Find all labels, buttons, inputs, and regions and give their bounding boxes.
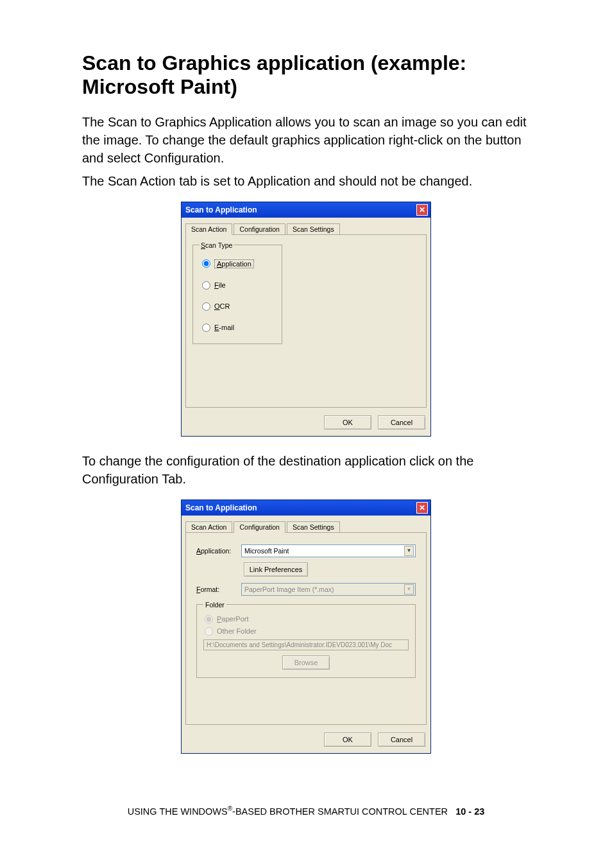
footer-prefix: USING THE WINDOWS [128, 806, 228, 816]
application-value: Microsoft Paint [244, 547, 289, 555]
tab-configuration[interactable]: Configuration [234, 223, 285, 235]
application-select[interactable]: Microsoft Paint ▼ [241, 544, 416, 557]
radio-application-label: Application [214, 259, 254, 268]
chevron-down-icon: ▼ [404, 584, 414, 595]
radio-ocr-label: OCR [214, 302, 230, 310]
intro-paragraph-1: The Scan to Graphics Application allows … [82, 113, 530, 167]
application-label: Application: [196, 547, 235, 555]
browse-button: Browse [282, 655, 330, 670]
dialog-configuration: Scan to Application ✕ Scan Action Config… [181, 499, 431, 754]
tab-strip: Scan Action Configuration Scan Settings [185, 223, 427, 234]
ok-button[interactable]: OK [324, 415, 371, 430]
radio-email[interactable] [202, 324, 210, 332]
dialog-scan-action: Scan to Application ✕ Scan Action Config… [181, 202, 431, 437]
tab-scan-action[interactable]: Scan Action [185, 223, 232, 235]
folder-group: Folder PaperPort Other Folder H:\Documen… [196, 601, 416, 678]
tab-scan-settings[interactable]: Scan Settings [287, 223, 340, 235]
format-select: PaperPort Image Item (*.max) ▼ [241, 583, 416, 596]
radio-other-folder-label: Other Folder [217, 627, 257, 635]
scan-type-group: Scan Type Application File OCR E-mail [192, 241, 282, 344]
chevron-down-icon: ▼ [404, 546, 414, 556]
page-footer: USING THE WINDOWS®-BASED BROTHER SMARTUI… [82, 805, 530, 817]
scan-type-legend: Scan Type [200, 241, 234, 249]
tab-strip: Scan Action Configuration Scan Settings [185, 521, 427, 532]
dialog-title: Scan to Application [185, 205, 257, 214]
page-number: 10 - 23 [455, 806, 484, 816]
tab-scan-action[interactable]: Scan Action [185, 521, 232, 533]
radio-file-label: File [214, 281, 226, 289]
folder-path-field: H:\Documents and Settings\Administrator.… [203, 639, 409, 650]
titlebar: Scan to Application ✕ [182, 500, 430, 516]
cancel-button[interactable]: Cancel [378, 415, 425, 430]
radio-application[interactable] [202, 259, 210, 268]
footer-suffix: -BASED BROTHER SMARTUI CONTROL CENTER [232, 806, 448, 816]
radio-paperport-label: PaperPort [217, 615, 249, 623]
radio-other-folder [205, 627, 213, 636]
format-value: PaperPort Image Item (*.max) [244, 586, 334, 593]
titlebar: Scan to Application ✕ [182, 202, 430, 218]
radio-paperport [205, 615, 213, 623]
tab-panel-configuration: Application: Microsoft Paint ▼ Link Pref… [185, 532, 427, 725]
link-preferences-button[interactable]: Link Preferences [244, 562, 308, 577]
cancel-button[interactable]: Cancel [378, 733, 425, 747]
radio-ocr[interactable] [202, 302, 210, 311]
intro-paragraph-2: The Scan Action tab is set to Applicatio… [82, 172, 530, 190]
close-icon[interactable]: ✕ [416, 502, 428, 514]
dialog-title: Scan to Application [185, 503, 257, 512]
registered-icon: ® [228, 805, 232, 812]
ok-button[interactable]: OK [324, 733, 371, 747]
intro-paragraph-3: To change the configuration of the desti… [82, 452, 530, 488]
radio-email-label: E-mail [214, 324, 234, 331]
page-heading: Scan to Graphics application (example: M… [82, 51, 530, 99]
tab-scan-settings[interactable]: Scan Settings [287, 521, 340, 533]
radio-file[interactable] [202, 281, 210, 290]
folder-legend: Folder [203, 601, 226, 609]
format-label: Format: [196, 586, 235, 593]
tab-panel-scan-action: Scan Type Application File OCR E-mail [185, 234, 427, 408]
tab-configuration[interactable]: Configuration [234, 521, 285, 533]
close-icon[interactable]: ✕ [416, 204, 428, 216]
